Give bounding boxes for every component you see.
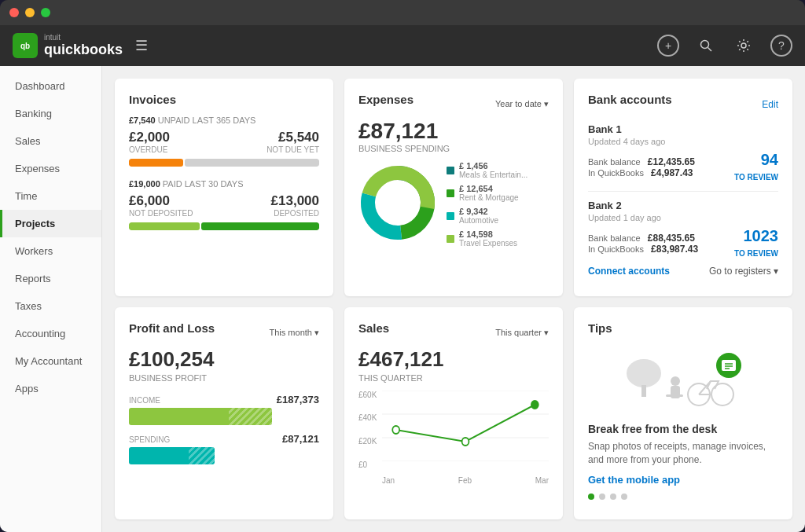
sidebar-item-banking[interactable]: Banking: [0, 100, 101, 127]
bank2-balances: Bank balance £88,435.65 In QuickBooks £8…: [588, 227, 778, 259]
bank-edit-button[interactable]: Edit: [762, 99, 778, 110]
legend-dot-1: [447, 189, 454, 197]
settings-button[interactable]: [733, 35, 755, 57]
logo-quickbooks: quickbooks: [44, 42, 123, 57]
expenses-period-selector[interactable]: Year to date ▾: [495, 99, 549, 109]
top-nav: qb intuit quickbooks ☰ + ?: [0, 25, 805, 66]
logo-intuit: intuit: [44, 34, 123, 42]
sidebar-item-apps[interactable]: Apps: [0, 375, 101, 402]
tips-dot-3[interactable]: [621, 493, 627, 500]
expenses-content: £ 1,456 Meals & Entertain... £ 12,654 Re…: [358, 161, 549, 248]
tips-cta-button[interactable]: Get the mobile app: [588, 474, 778, 486]
sidebar-item-taxes[interactable]: Taxes: [0, 292, 101, 320]
pl-income-label: INCOME: [129, 396, 160, 405]
invoices-paid-header: £19,000 PAID LAST 30 DAYS: [129, 179, 319, 189]
go-to-registers-button[interactable]: Go to registers ▾: [709, 266, 778, 277]
svg-point-8: [377, 182, 419, 224]
pl-spending-bar: [129, 447, 215, 464]
expenses-donut: [358, 163, 437, 245]
expenses-card: Expenses Year to date ▾ £87,121 BUSINESS…: [344, 79, 563, 296]
logo-area: qb intuit quickbooks: [13, 33, 123, 58]
app-window: qb intuit quickbooks ☰ + ?: [0, 0, 805, 532]
pl-sublabel: BUSINESS PROFIT: [129, 373, 319, 383]
tips-dot-1[interactable]: [599, 493, 605, 500]
pl-header: Profit and Loss This month ▾: [129, 321, 319, 344]
bank-accounts-card: Bank accounts Edit Bank 1 Updated 4 days…: [574, 79, 792, 296]
svg-rect-20: [666, 394, 674, 397]
bar-overdue: [129, 159, 183, 167]
legend-text-1: £ 12,654 Rent & Mortgage: [459, 184, 519, 202]
bank2-section: Bank 2 Updated 1 day ago Bank balance £8…: [588, 200, 778, 259]
sidebar-item-dashboard[interactable]: Dashboard: [0, 72, 101, 100]
sidebar-item-sales[interactable]: Sales: [0, 127, 101, 155]
sidebar-item-workers[interactable]: Workers: [0, 237, 101, 265]
help-button[interactable]: ?: [770, 35, 792, 57]
invoices-paid-row: £6,000 NOT DEPOSITED £13,000 DEPOSITED: [129, 193, 319, 218]
invoices-amounts-row: £2,000 OVERDUE £5,540 NOT DUE YET: [129, 130, 319, 154]
bar-not-deposited: [129, 222, 200, 230]
maximize-button[interactable]: [41, 8, 50, 17]
tips-dot-2[interactable]: [610, 493, 616, 500]
pl-title: Profit and Loss: [129, 321, 215, 335]
svg-rect-17: [641, 385, 646, 397]
chart-y-20k: £20K: [358, 437, 377, 446]
minimize-button[interactable]: [25, 8, 35, 17]
legend-dot-0: [447, 167, 454, 174]
tips-heading: Break free from the desk: [588, 423, 778, 435]
tips-dots: [588, 493, 778, 500]
main-content: Invoices £7,540 UNPAID LAST 365 DAYS £2,…: [102, 66, 805, 532]
invoices-overdue: £2,000 OVERDUE: [129, 130, 170, 154]
bank1-section: Bank 1 Updated 4 days ago Bank balance £…: [588, 123, 778, 183]
sales-period-selector[interactable]: This quarter ▾: [495, 328, 549, 338]
add-button[interactable]: +: [657, 35, 679, 57]
expenses-legend: £ 1,456 Meals & Entertain... £ 12,654 Re…: [447, 161, 527, 248]
search-button[interactable]: [695, 35, 717, 57]
svg-point-0: [701, 41, 709, 49]
sales-title: Sales: [358, 321, 389, 335]
sales-sublabel: THIS QUARTER: [358, 373, 549, 383]
legend-item-0: £ 1,456 Meals & Entertain...: [447, 161, 527, 179]
title-bar: [0, 0, 805, 25]
tips-body: Snap photos of receipts, manage invoices…: [588, 440, 778, 467]
bank-header: Bank accounts Edit: [588, 93, 778, 116]
expenses-amount: £87,121: [358, 119, 549, 144]
body-area: Dashboard Banking Sales Expenses Time Pr…: [0, 66, 805, 532]
chart-x-labels: Jan Feb Mar: [382, 476, 549, 485]
bank2-review-count[interactable]: 1023: [734, 227, 778, 245]
bank-footer: Connect accounts Go to registers ▾: [588, 266, 778, 277]
hamburger-menu[interactable]: ☰: [135, 37, 148, 54]
close-button[interactable]: [9, 8, 19, 17]
svg-point-16: [627, 359, 661, 387]
pl-period-selector[interactable]: This month ▾: [270, 328, 319, 338]
bank2-updated: Updated 1 day ago: [588, 213, 778, 222]
bank2-qb-label: In QuickBooks £83,987.43: [588, 244, 698, 255]
svg-point-22: [711, 383, 733, 405]
sidebar-item-my-accountant[interactable]: My Accountant: [0, 347, 101, 375]
invoices-deposit-bar: [129, 222, 319, 230]
pl-spending-label: SPENDING: [129, 435, 170, 444]
bank1-review-count[interactable]: 94: [734, 151, 778, 169]
pl-amount: £100,254: [129, 347, 319, 372]
bank-divider: [588, 191, 778, 192]
chart-y-40k: £40K: [358, 413, 377, 422]
logo-icon-text: qb: [20, 42, 30, 50]
sidebar-item-accounting[interactable]: Accounting: [0, 320, 101, 347]
invoices-unpaid-header: £7,540 UNPAID LAST 365 DAYS: [129, 116, 319, 125]
logo-text: intuit quickbooks: [44, 34, 123, 58]
bank-title: Bank accounts: [588, 93, 672, 106]
sidebar-item-expenses[interactable]: Expenses: [0, 155, 101, 182]
svg-point-18: [671, 376, 680, 386]
sidebar-item-time[interactable]: Time: [0, 182, 101, 210]
sidebar-item-reports[interactable]: Reports: [0, 265, 101, 292]
legend-item-2: £ 9,342 Automotive: [447, 207, 527, 225]
legend-text-2: £ 9,342 Automotive: [459, 207, 498, 225]
tips-dot-0[interactable]: [588, 493, 594, 500]
tips-card: Tips: [574, 307, 792, 519]
invoices-progress-bar: [129, 159, 319, 167]
legend-text-0: £ 1,456 Meals & Entertain...: [459, 161, 527, 179]
sidebar-item-projects[interactable]: Projects: [0, 210, 101, 237]
legend-dot-2: [447, 212, 454, 220]
bank1-updated: Updated 4 days ago: [588, 137, 778, 146]
sales-card: Sales This quarter ▾ £467,121 THIS QUART…: [344, 307, 563, 519]
connect-accounts-button[interactable]: Connect accounts: [588, 266, 670, 277]
